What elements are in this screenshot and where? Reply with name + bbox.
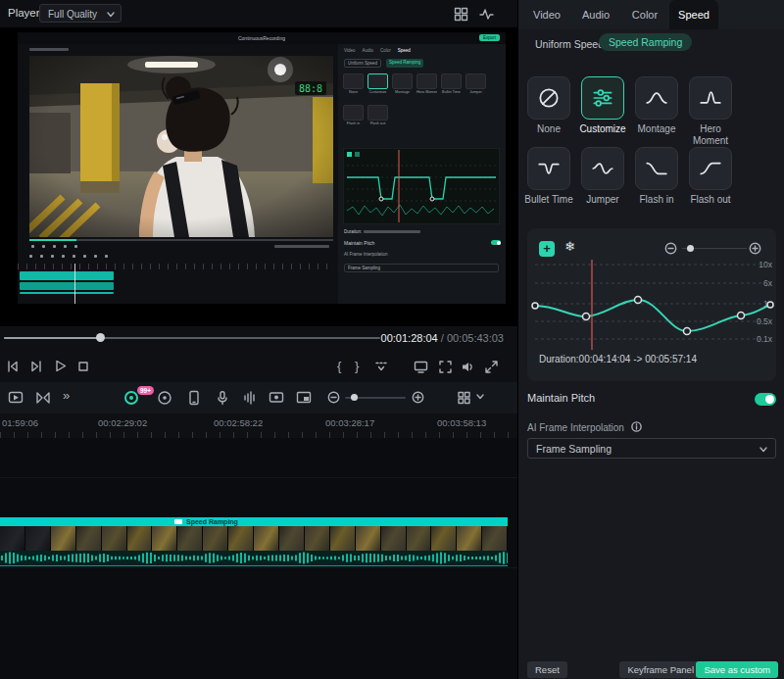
track-view-icon[interactable] [457,390,471,405]
previous-frame-button[interactable] [6,360,20,373]
ruler-label: 00:02:58:22 [214,417,263,428]
frame-interpolation-select[interactable]: Frame Sampling [527,438,776,459]
preset-label: None [522,123,575,135]
clip-thumbnail[interactable] [407,526,432,551]
clip-thumbnail[interactable] [457,526,482,551]
seek-bar[interactable] [4,337,380,339]
picture-in-picture-icon[interactable] [296,390,312,406]
display-device-icon[interactable] [414,360,428,374]
preset-montage[interactable] [635,76,678,120]
clip-thumbnail[interactable] [482,526,508,551]
clip-thumbnail[interactable] [177,526,203,551]
zoom-out-icon[interactable] [327,391,340,404]
volume-icon[interactable] [461,360,475,374]
clip-thumbnail[interactable] [203,526,228,551]
clip-thumbnail[interactable] [356,526,381,551]
video-frame-scene: 88:8 [29,56,333,237]
save-as-custom-button[interactable]: Save as custom [696,661,778,678]
clip-thumbnail[interactable] [25,526,51,551]
layout-grid-icon[interactable] [454,7,468,22]
speed-curve-editor[interactable]: + ❄ 10x 6x 1x 0.5x 0.1x [527,228,776,381]
more-tools-chevrons[interactable]: » [63,388,70,403]
nested-ruler [18,264,335,269]
preset-hero[interactable] [689,76,732,120]
preset-bullet[interactable] [527,147,570,190]
preset-jumper[interactable] [581,147,624,190]
speed-ramping-label: Speed Ramping [186,517,238,526]
nested-export-button: Export [479,34,500,41]
waveform-monitor-icon[interactable] [479,7,494,22]
chevron-down-icon[interactable] [476,394,484,400]
nested-clip [20,282,114,290]
curve-zoom-out-icon[interactable] [664,242,677,255]
seek-handle[interactable] [96,333,105,342]
speed-preset-grid: NoneCustomizeMontageHero MomentBullet Ti… [518,0,784,225]
mark-in-button[interactable]: { [337,359,341,373]
preset-flashin[interactable] [635,147,678,190]
nested-title: ContinuousRecording [18,35,506,41]
svg-text:10x: 10x [759,260,772,269]
clip-thumbnail[interactable] [305,526,330,551]
nested-panel: VideoAudioColorSpeed Uniform Speed Speed… [338,44,506,304]
nested-ai-frame: AI Frame Interpolation [344,252,388,257]
speed-ramping-clip-header[interactable]: Speed Ramping [0,517,508,526]
preset-none[interactable] [527,76,570,120]
reset-button[interactable]: Reset [527,661,567,678]
speed-curve-graph[interactable]: 10x 6x 1x 0.5x 0.1x [527,256,776,354]
svg-text:0.5x: 0.5x [757,316,773,326]
preview-viewport[interactable]: ContinuousRecording Export [18,32,506,304]
clip-thumbnail[interactable] [228,526,254,551]
zoom-in-icon[interactable] [412,391,424,404]
microphone-icon[interactable] [215,390,230,406]
preset-label: Bullet Time [522,194,575,206]
curve-zoom-in-icon[interactable] [749,242,761,255]
play-button[interactable] [53,359,68,373]
info-icon[interactable] [631,421,642,432]
phone-mirror-icon[interactable] [186,390,202,406]
audio-levels-icon[interactable] [242,390,258,406]
ai-frame-interpolation-label: AI Frame Interpolation [527,421,642,433]
quality-dropdown[interactable]: Full Quality [39,4,122,23]
safe-frame-icon[interactable] [438,360,453,374]
marker-dropdown-icon[interactable] [374,361,388,373]
preset-customize[interactable] [581,76,624,120]
maintain-pitch-toggle[interactable] [755,393,776,406]
clip-thumbnail[interactable] [51,526,76,551]
clip-thumbnail[interactable] [102,526,127,551]
video-clip-track[interactable] [0,526,508,551]
add-keyframe-button[interactable]: + [539,241,555,257]
audio-track[interactable] [0,551,508,566]
nested-speed-graph [343,148,500,224]
timeline-ruler[interactable]: 01:59:0600:02:29:0200:02:58:2200:03:28:1… [0,413,517,439]
preset-label: Jumper [576,194,629,206]
screen-record-icon[interactable] [269,390,284,406]
keyframe-panel-button[interactable]: Keyframe Panel [619,661,702,678]
clip-thumbnail[interactable] [254,526,279,551]
stop-button[interactable] [76,360,90,373]
preview-area: ContinuousRecording Export [0,27,517,326]
clip-thumbnail[interactable] [127,526,153,551]
freeze-frame-icon[interactable]: ❄ [564,239,575,254]
player-menu[interactable]: Player [8,7,40,19]
record-tool-icon[interactable] [157,390,172,406]
preset-flashout[interactable] [689,147,732,190]
clip-thumbnail[interactable] [0,526,25,551]
mark-out-button[interactable]: } [355,359,359,373]
fullscreen-icon[interactable] [484,360,499,374]
timeline-tracks[interactable]: Speed Ramping [0,438,517,679]
zoom-slider-handle[interactable] [351,394,358,401]
nested-preset: Hero Moment [416,73,437,94]
svg-text:6x: 6x [763,278,773,288]
clip-thumbnail[interactable] [76,526,102,551]
clip-thumbnail[interactable] [279,526,305,551]
nested-tab: Color [380,48,391,53]
transition-icon[interactable] [35,390,51,406]
curve-zoom-handle[interactable] [687,245,694,252]
clip-thumbnail[interactable] [431,526,457,551]
clip-thumbnail[interactable] [330,526,356,551]
nested-preset: Bullet Time [441,73,462,94]
clip-thumbnail[interactable] [381,526,407,551]
media-clip-icon[interactable] [8,390,24,406]
clip-thumbnail[interactable] [152,526,177,551]
next-frame-button[interactable] [29,360,43,373]
